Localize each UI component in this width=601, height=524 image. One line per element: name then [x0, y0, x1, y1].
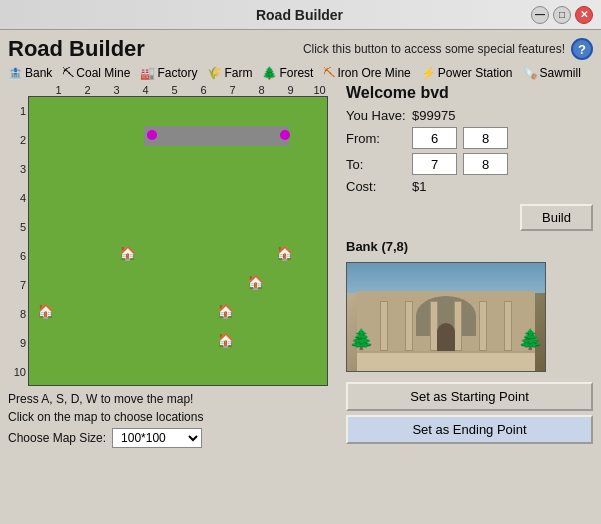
row-4: 4 [8, 183, 28, 212]
bank-tree-left-icon: 🌲 [349, 327, 374, 351]
col-6: 6 [189, 84, 218, 96]
map-canvas[interactable]: 🏠 🏠 🏠 🏠 🏠 🏠 [28, 96, 328, 386]
to-x-input[interactable] [412, 153, 457, 175]
bank-body [357, 291, 535, 371]
set-ending-point-button[interactable]: Set as Ending Point [346, 415, 593, 444]
row-3: 3 [8, 154, 28, 183]
from-y-input[interactable] [463, 127, 508, 149]
from-x-input[interactable] [412, 127, 457, 149]
title-bar: Road Builder — □ ✕ [0, 0, 601, 30]
move-hint: Press A, S, D, W to move the map! [8, 390, 338, 408]
close-button[interactable]: ✕ [575, 6, 593, 24]
window-title: Road Builder [68, 7, 531, 23]
factory-icon: 🏭 [140, 66, 155, 80]
map-container: 1 2 3 4 5 6 7 8 9 10 1 2 3 4 [8, 84, 338, 518]
action-buttons: Set as Starting Point Set as Ending Poin… [346, 382, 593, 444]
info-button[interactable]: ? [571, 38, 593, 60]
col-1: 1 [44, 84, 73, 96]
forest-icon: 🌲 [262, 66, 277, 80]
bank-col-5 [479, 301, 487, 351]
minimize-button[interactable]: — [531, 6, 549, 24]
road-segment [144, 126, 289, 146]
farm-map-icon: 🏠 [119, 245, 136, 261]
row-1: 1 [8, 96, 28, 125]
legend-coal-mine-label: Coal Mine [76, 66, 130, 80]
row-7: 7 [8, 270, 28, 299]
col-9: 9 [276, 84, 305, 96]
to-label: To: [346, 157, 406, 172]
sawmill-icon: 🪚 [523, 66, 538, 80]
row-6: 6 [8, 241, 28, 270]
farm-icon: 🌾 [207, 66, 222, 80]
legend-factory-label: Factory [157, 66, 197, 80]
row-numbers: 1 2 3 4 5 6 7 8 9 10 [8, 96, 28, 386]
row-9: 9 [8, 328, 28, 357]
app-title: Road Builder [8, 36, 145, 62]
from-row: From: [346, 127, 593, 149]
coal-mine-icon: ⛏ [62, 66, 74, 80]
row-10: 10 [8, 357, 28, 386]
bank-col-1 [380, 301, 388, 351]
building-name: Bank (7,8) [346, 239, 593, 254]
build-button[interactable]: Build [520, 204, 593, 231]
bank-col-6 [504, 301, 512, 351]
legend-power-station-label: Power Station [438, 66, 513, 80]
cost-row: Cost: $1 [346, 179, 593, 194]
power-station-icon: ⚡ [421, 66, 436, 80]
you-have-value: $99975 [412, 108, 455, 123]
coal-mine-map-icon: 🏠 [247, 274, 264, 290]
maximize-button[interactable]: □ [553, 6, 571, 24]
col-7: 7 [218, 84, 247, 96]
legend-farm: 🌾 Farm [207, 66, 252, 80]
legend-factory: 🏭 Factory [140, 66, 197, 80]
map-size-row: Choose Map Size: 100*100 200*200 50*50 [8, 428, 338, 448]
legend-iron-ore: ⛏ Iron Ore Mine [323, 66, 410, 80]
row-2: 2 [8, 125, 28, 154]
you-have-row: You Have: $99975 [346, 108, 593, 123]
iron-ore-map-icon: 🏠 [217, 303, 234, 319]
legend-power-station: ⚡ Power Station [421, 66, 513, 80]
col-4: 4 [131, 84, 160, 96]
info-message: Click this button to access some special… [303, 42, 565, 56]
legend-iron-ore-label: Iron Ore Mine [337, 66, 410, 80]
set-starting-point-button[interactable]: Set as Starting Point [346, 382, 593, 411]
map-size-select[interactable]: 100*100 200*200 50*50 [112, 428, 202, 448]
info-row: Click this button to access some special… [303, 38, 593, 60]
forest2-map-icon: 🏠 [217, 332, 234, 348]
bank-sky [347, 263, 545, 293]
bank-steps [357, 351, 535, 371]
top-row: Road Builder Click this button to access… [8, 36, 593, 62]
building-image: 🌲 🌲 [346, 262, 546, 372]
col-3: 3 [102, 84, 131, 96]
you-have-label: You Have: [346, 108, 406, 123]
cost-label: Cost: [346, 179, 406, 194]
bank-icon: 🏦 [8, 66, 23, 80]
legend-row: 🏦 Bank ⛏ Coal Mine 🏭 Factory 🌾 Farm 🌲 Fo… [8, 66, 593, 80]
row-5: 5 [8, 212, 28, 241]
to-y-input[interactable] [463, 153, 508, 175]
info-table: You Have: $99975 From: To: Cost: [346, 108, 593, 194]
col-5: 5 [160, 84, 189, 96]
power-station-end-dot [280, 130, 290, 140]
legend-sawmill: 🪚 Sawmill [523, 66, 581, 80]
body-row: 1 2 3 4 5 6 7 8 9 10 1 2 3 4 [8, 84, 593, 518]
forest-map-icon: 🏠 [276, 245, 293, 261]
legend-forest-label: Forest [279, 66, 313, 80]
bank-col-4 [454, 301, 462, 351]
legend-forest: 🌲 Forest [262, 66, 313, 80]
sawmill-map-icon: 🏠 [37, 303, 54, 319]
map-size-label: Choose Map Size: [8, 431, 106, 445]
col-8: 8 [247, 84, 276, 96]
bank-tree-right-icon: 🌲 [518, 327, 543, 351]
legend-bank-label: Bank [25, 66, 52, 80]
map-status: Press A, S, D, W to move the map! Click … [8, 390, 338, 426]
col-10: 10 [305, 84, 334, 96]
right-panel: Welcome bvd You Have: $99975 From: To: [346, 84, 593, 518]
iron-ore-icon: ⛏ [323, 66, 335, 80]
power-station-start-dot [147, 130, 157, 140]
welcome-text: Welcome bvd [346, 84, 593, 102]
legend-bank: 🏦 Bank [8, 66, 52, 80]
legend-farm-label: Farm [224, 66, 252, 80]
from-label: From: [346, 131, 406, 146]
cost-value: $1 [412, 179, 426, 194]
